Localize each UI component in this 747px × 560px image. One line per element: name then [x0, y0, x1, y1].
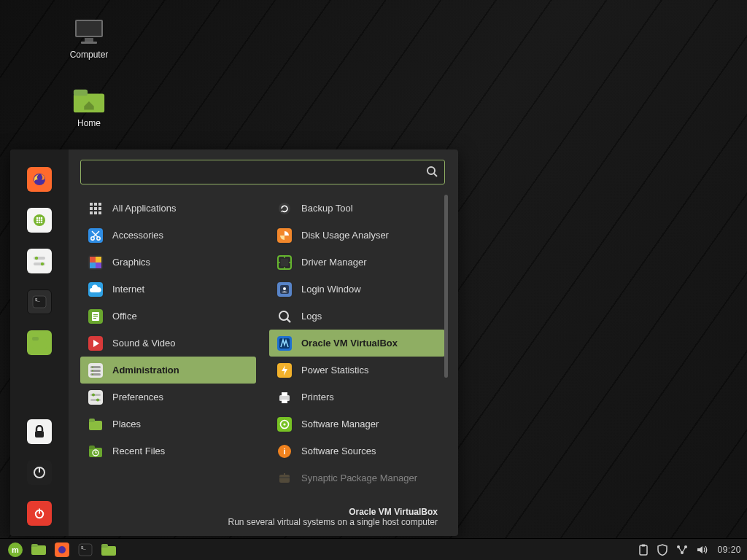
lock-icon [34, 425, 45, 438]
svg-rect-70 [89, 446, 95, 449]
app-label: Oracle VM VirtualBox [301, 338, 398, 349]
app-description: Oracle VM VirtualBox Run several virtual… [76, 502, 449, 529]
app-item-disk-usage-analyser[interactable]: Disk Usage Analyser [269, 222, 445, 249]
category-label: Internet [112, 284, 144, 295]
app-item-logs[interactable]: Logs [269, 303, 445, 330]
app-item-login-window[interactable]: Login Window [269, 276, 445, 303]
folder-icon [31, 336, 47, 349]
svg-rect-47 [96, 262, 101, 268]
svg-point-10 [41, 217, 43, 219]
svg-point-82 [283, 287, 286, 290]
app-item-power-statistics[interactable]: Power Statistics [269, 357, 445, 384]
svg-point-61 [92, 373, 93, 375]
app-item-synaptic-package-manager[interactable]: Synaptic Package Manager [269, 464, 445, 491]
app-list[interactable]: Backup ToolDisk Usage AnalyserDriver Man… [265, 195, 449, 499]
category-label: All Applications [112, 203, 176, 214]
launcher-firefox[interactable] [53, 541, 71, 559]
logs-icon [276, 308, 293, 324]
svg-rect-28 [39, 509, 40, 514]
search-input[interactable] [80, 160, 445, 184]
svg-point-20 [41, 262, 44, 265]
launcher-files[interactable] [99, 541, 118, 559]
svg-rect-3 [81, 42, 97, 44]
app-item-oracle-vm-virtualbox[interactable]: Oracle VM VirtualBox [269, 330, 445, 357]
app-item-driver-manager[interactable]: Driver Manager [269, 249, 445, 276]
svg-point-9 [39, 217, 41, 219]
svg-rect-46 [90, 262, 96, 268]
app-label: Logs [301, 311, 322, 322]
category-item-accessories[interactable]: Accessories [80, 222, 256, 249]
category-item-office[interactable]: Office [80, 303, 256, 330]
menu-button[interactable]: m [6, 541, 25, 559]
svg-rect-75 [281, 259, 288, 266]
favorite-firefox[interactable] [27, 167, 52, 192]
taskbar: m $_ 09:20 [0, 538, 747, 560]
favorite-power[interactable] [27, 501, 52, 526]
svg-point-102 [58, 546, 66, 553]
svg-rect-5 [74, 90, 88, 96]
svg-rect-44 [90, 257, 96, 262]
network-icon[interactable] [676, 545, 688, 555]
clipboard-icon[interactable] [638, 544, 649, 556]
category-item-all-applications[interactable]: All Applications [80, 195, 256, 222]
disk-icon [276, 228, 293, 244]
app-item-software-manager[interactable]: Software Manager [269, 411, 445, 438]
app-label: Power Statistics [301, 365, 368, 376]
category-item-graphics[interactable]: Graphics [80, 249, 256, 276]
swmgr-icon [276, 416, 293, 432]
svg-point-60 [92, 370, 93, 371]
favorite-files[interactable] [27, 330, 52, 355]
svg-rect-106 [101, 544, 108, 548]
desktop-icon-home[interactable]: Home [60, 86, 118, 128]
favorite-apps[interactable] [27, 208, 52, 233]
favorite-lock[interactable] [27, 419, 52, 444]
svg-point-72 [279, 203, 290, 214]
home-folder-icon [71, 86, 107, 115]
favorites-column: $_ [10, 149, 69, 536]
favorite-terminal[interactable]: $_ [27, 289, 52, 314]
shield-icon[interactable] [657, 544, 667, 556]
svg-text:i: i [283, 447, 285, 456]
category-item-preferences[interactable]: Preferences [80, 384, 256, 411]
svg-point-15 [39, 222, 41, 224]
svg-point-64 [92, 393, 95, 396]
system-tray: 09:20 [638, 544, 741, 556]
category-item-administration[interactable]: Administration [80, 357, 256, 384]
app-item-backup-tool[interactable]: Backup Tool [269, 195, 445, 222]
category-item-recent-files[interactable]: Recent Files [80, 438, 256, 464]
category-item-places[interactable]: Places [80, 411, 256, 438]
app-item-printers[interactable]: Printers [269, 384, 445, 411]
printer-icon [276, 389, 293, 405]
app-label: Software Sources [301, 446, 376, 456]
favorite-settings[interactable] [27, 249, 52, 273]
volume-icon[interactable] [697, 545, 708, 555]
desktop-icon-label: Home [60, 118, 118, 128]
desktop-icon-computer[interactable]: Computer [60, 18, 118, 60]
terminal-icon: $_ [32, 295, 47, 308]
clock[interactable]: 09:20 [717, 545, 741, 555]
app-description-text: Run several virtual systems on a single … [88, 517, 438, 527]
app-item-software-sources[interactable]: iSoftware Sources [269, 438, 445, 464]
svg-rect-53 [93, 318, 96, 319]
category-label: Preferences [112, 392, 163, 402]
launcher-terminal[interactable]: $_ [76, 541, 95, 559]
svg-rect-36 [98, 207, 101, 210]
category-item-sound-video[interactable]: Sound & Video [80, 330, 256, 357]
category-item-internet[interactable]: Internet [80, 276, 256, 303]
favorite-logout[interactable] [27, 460, 52, 485]
svg-rect-90 [282, 400, 287, 403]
category-label: Office [112, 311, 137, 322]
swsrc-icon: i [276, 443, 293, 459]
synaptic-icon [276, 470, 293, 486]
svg-point-83 [279, 311, 288, 320]
app-label: Backup Tool [301, 203, 353, 214]
firefox-icon [32, 172, 47, 187]
svg-point-14 [36, 222, 39, 224]
svg-rect-38 [94, 211, 97, 214]
apps-grid-icon [33, 214, 46, 227]
svg-rect-45 [96, 257, 101, 262]
show-desktop-button[interactable] [29, 541, 48, 559]
svg-rect-100 [31, 544, 38, 547]
start-menu: $_ All ApplicationsAccessoriesGraphicsIn… [10, 149, 458, 536]
category-list[interactable]: All ApplicationsAccessoriesGraphicsInter… [76, 195, 260, 499]
